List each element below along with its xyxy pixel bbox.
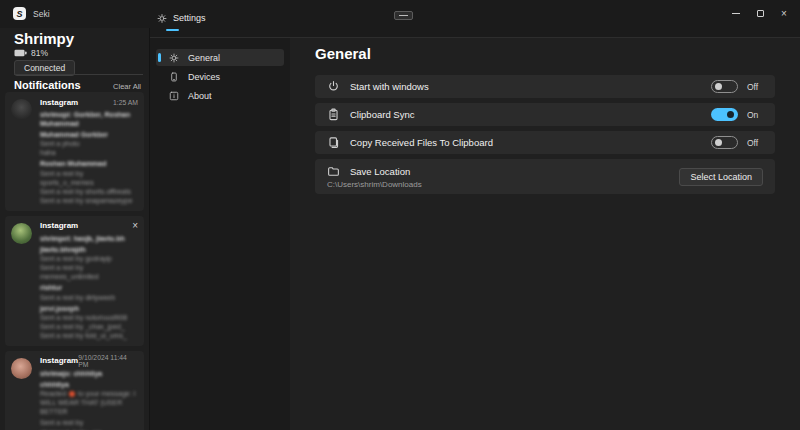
notification-line: shrimopi: Gorkber, Roshan Muhammad [40,110,138,128]
battery-icon [14,49,27,57]
minimize-button[interactable] [724,0,748,26]
notification-line: rishtur [40,283,138,292]
notification-line: Sent a reel by notoriousfit08 [40,313,138,322]
toggle-knob [727,111,734,118]
notification-card[interactable]: Instagram 1:25 AM shrimopi: Gorkber, Ros… [5,92,144,211]
page-title: General [315,45,371,62]
avatar [11,99,32,120]
notification-line: Sent a reel by _chax_jped_ [40,322,138,331]
tab-settings[interactable]: Settings [157,13,206,23]
settings-nav: General Devices About [150,38,290,430]
tab-settings-label: Settings [173,13,206,23]
notification-content-blurred: shrimpet: hasjb, jlavto.bhjlavto.bhrajdh… [40,234,138,340]
power-icon [327,80,340,93]
sidebar-item-general[interactable]: General [156,49,284,66]
minimize-icon [732,13,740,14]
drag-pill[interactable] [394,11,413,20]
setting-label: Save Location [350,166,679,177]
clear-all-button[interactable]: Clear All [113,82,141,91]
window-title: Seki [33,9,50,19]
sidebar-item-devices[interactable]: Devices [156,68,284,85]
notification-line: chhhtiya [40,380,138,389]
avatar [11,223,32,244]
settings-rows: Start with windows Off Clipboard Sync On [315,75,775,194]
gear-icon [169,53,179,63]
notification-line: Sent a reel by snapamazeype [40,196,138,205]
folder-icon [327,165,340,178]
notification-line: Sent a reel by fold_ui_ums_ [40,331,138,340]
setting-label: Start with windows [350,81,711,92]
notification-card[interactable]: Instagram × shrimpet: hasjb, jlavto.bhjl… [5,216,144,346]
notification-line: jlavto.bhrajdh [40,245,138,254]
app-logo-icon: S [13,7,26,20]
notifications-header: Notifications [14,79,81,91]
setting-row-clipboard-sync: Clipboard Sync On [315,103,775,126]
setting-row-start-with-windows: Start with windows Off [315,75,775,98]
maximize-icon [757,10,764,17]
notification-line: Reacted to your message: I WILL WEAR THA… [40,389,138,416]
notification-line: Roshan Muhammad [40,159,138,168]
toggle-state-label: Off [747,138,763,148]
notification-line: shrimajo: chhhtiya [40,369,138,378]
notification-line: jervi.joseph [40,304,138,313]
device-sidebar: Shrimpy 81% Connected Notifications Clea… [0,28,150,430]
sidebar-item-label: Devices [188,72,220,82]
setting-label: Copy Received Files To Clipboard [350,137,711,148]
notification-line: haha [40,148,138,157]
avatar [11,358,32,379]
notification-list: Instagram 1:25 AM shrimopi: Gorkber, Ros… [5,92,144,430]
toggle-knob [715,83,722,90]
notification-timestamp: 9/10/2024 11:44 PM [78,354,138,368]
sidebar-divider [14,74,143,75]
notification-app-name: Instagram [40,221,78,230]
emoji-icon [69,391,75,397]
copy-to-clipboard-icon [327,136,340,149]
notification-line: Sent a reel by memees_unlimited [40,263,138,281]
tab-active-indicator [166,29,179,31]
notification-content-blurred: shrimajo: chhhtiyachhhtiyaReacted to you… [40,369,138,430]
notification-line: Muhammad Gorkber [40,130,138,139]
toggle-state-label: On [747,110,763,120]
setting-row-save-location: Save Location C:\Users\shrim\Downloads S… [315,159,775,194]
save-location-path: C:\Users\shrim\Downloads [327,180,679,189]
close-button[interactable]: × [772,0,796,26]
toggle-knob [715,139,722,146]
copy-received-files-toggle[interactable] [711,136,738,149]
notification-line: Sent a reel by godrayip [40,254,138,263]
setting-label: Clipboard Sync [350,109,711,120]
select-location-button[interactable]: Select Location [679,168,763,186]
device-name: Shrimpy [14,30,74,47]
settings-general-panel: General Start with windows Off [290,38,800,430]
battery-status: 81% [14,48,48,58]
sidebar-item-label: About [188,91,212,101]
battery-percent: 81% [31,48,48,58]
window-controls: × [724,0,796,26]
start-with-windows-toggle[interactable] [711,80,738,93]
app-window: S Seki × Settings Shrimpy 81% [0,0,800,430]
gear-icon [157,13,167,23]
setting-row-copy-received-files: Copy Received Files To Clipboard Off [315,131,775,154]
clipboard-icon [327,108,340,121]
notification-timestamp: 1:25 AM [113,99,138,106]
info-icon [169,91,179,101]
save-location-info: Save Location C:\Users\shrim\Downloads [327,165,679,189]
clipboard-sync-toggle[interactable] [711,108,738,121]
notification-line: Sent a reel by sports_o_memes [40,169,138,187]
notification-content-blurred: shrimopi: Gorkber, Roshan MuhammadMuhamm… [40,110,138,205]
sidebar-item-about[interactable]: About [156,87,284,104]
notification-line: Sent a reel by dirtyweeb [40,293,138,302]
dismiss-notification-icon[interactable]: × [132,222,138,230]
notification-line: shrimpet: hasjb, jlavto.bh [40,234,138,243]
phone-icon [169,72,179,82]
selected-indicator [158,53,161,62]
toggle-state-label: Off [747,82,763,92]
notification-app-name: Instagram [40,98,78,107]
notification-line: Sent a photo [40,139,138,148]
sidebar-item-label: General [188,53,220,63]
notification-app-name: Instagram [40,356,78,365]
drag-pill-line-icon [399,15,408,16]
notification-card[interactable]: Instagram 9/10/2024 11:44 PM shrimajo: c… [5,351,144,430]
notification-line: Sent a reel by shorts.offbeats [40,187,138,196]
maximize-button[interactable] [748,0,772,26]
notification-line: Sent a reel by shameed_babu_pm_ [40,418,138,430]
